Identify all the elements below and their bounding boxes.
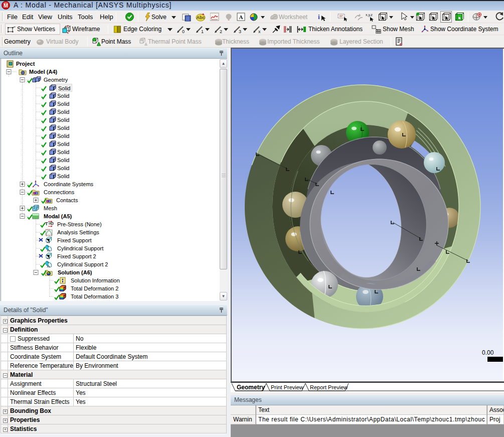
svg-text:Abc: Abc (196, 15, 205, 20)
svg-text:0: 0 (182, 29, 185, 34)
svg-text:i: i (318, 13, 320, 21)
svg-text:0.00: 0.00 (482, 349, 494, 356)
svg-text:Geometry: Geometry (237, 384, 265, 391)
svg-text:3: 3 (239, 29, 241, 34)
svg-text:c: c (400, 41, 402, 47)
svg-text:2: 2 (220, 29, 222, 34)
svg-text:x: x (258, 29, 261, 34)
svg-text:Print Preview: Print Preview (271, 384, 303, 390)
svg-text:1: 1 (201, 29, 204, 34)
svg-text:A: A (239, 14, 243, 20)
svg-text:Report Preview: Report Preview (310, 384, 348, 390)
svg-text:M: M (4, 3, 8, 9)
svg-text:x,y,z: x,y,z (366, 13, 373, 17)
